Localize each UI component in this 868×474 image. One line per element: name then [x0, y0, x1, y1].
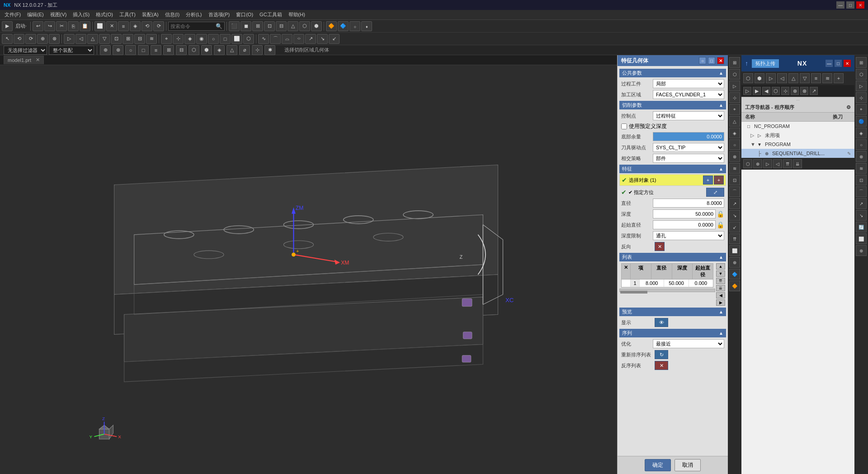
nav-bottom-icon-2[interactable]: ⊕ [753, 159, 762, 168]
tb2-btn-24[interactable]: ⌓ [282, 34, 292, 44]
nav-tool2-5[interactable]: ⊹ [781, 87, 789, 95]
cancel-button[interactable]: 取消 [675, 459, 701, 471]
tb-btn-11[interactable]: ⟳ [153, 21, 164, 31]
menu-item-GC[interactable]: GC工具箱 [257, 10, 285, 19]
tb2-btn-4[interactable]: ⊕ [37, 34, 48, 44]
nav-tool-5[interactable]: △ [788, 73, 798, 83]
menu-item-A[interactable]: 装配(A) [139, 10, 161, 19]
tb2-btn-22[interactable]: ∿ [258, 34, 269, 44]
sub-btn-4[interactable]: □ [138, 45, 149, 55]
strip-icon-15[interactable]: ↙ [729, 222, 740, 232]
tb-btn-8[interactable]: ≡ [118, 21, 129, 31]
far-icon-17[interactable]: ⊕ [856, 245, 867, 256]
far-icon-5[interactable]: ⌖ [856, 104, 867, 115]
sequence-section-header[interactable]: 序列 ▲ [619, 329, 726, 337]
far-right-close-btn[interactable]: ✕ [844, 60, 851, 67]
nav-tree-item-nc[interactable]: □ NC_PROGRAM [741, 122, 854, 131]
far-icon-15[interactable]: 🔄 [856, 222, 867, 232]
dialog-pin-button[interactable]: ○ [699, 57, 706, 64]
table-scrollbar-h[interactable] [619, 289, 715, 292]
ok-button[interactable]: 确定 [645, 459, 671, 471]
scroll-up-btn[interactable]: ▲ [716, 263, 725, 270]
tb2-btn-19[interactable]: □ [220, 34, 231, 44]
use-custom-depth-checkbox[interactable] [621, 123, 627, 129]
nav-tool2-4[interactable]: ⬡ [772, 87, 780, 95]
tb2-btn-15[interactable]: ⊹ [173, 34, 184, 44]
viewport-canvas[interactable]: ZM XM + XC Z [0, 65, 617, 474]
table-section-header[interactable]: 列表 ▲ [619, 253, 726, 261]
menu-item-T[interactable]: 工具(T) [117, 10, 138, 19]
far-right-max-btn[interactable]: □ [835, 60, 842, 67]
far-icon-12[interactable]: ⌒ [856, 186, 867, 197]
process-tool-select[interactable]: 局部 [653, 79, 724, 88]
tb-btn-18[interactable]: ⬡ [299, 21, 310, 31]
nav-tree-item-seq-drill[interactable]: ├ ⊕ SEQUENTIAL_DRILL... ✎ [741, 149, 854, 158]
viewport[interactable]: model1.prt ✕ [0, 55, 617, 474]
control-point-select[interactable]: 过程特征 [653, 111, 724, 120]
tb-btn-4[interactable]: ⎘ [68, 21, 79, 31]
menu-item-E[interactable]: 编辑(E) [24, 10, 47, 19]
strip-icon-3[interactable]: ▷ [729, 81, 740, 91]
nav-tool-6[interactable]: ▽ [800, 73, 810, 83]
minimize-button[interactable]: — [836, 1, 844, 9]
public-params-header[interactable]: 公共参数 ▲ [619, 69, 726, 77]
strip-icon-2[interactable]: ⬡ [729, 69, 740, 80]
tb-btn-19[interactable]: ⬢ [311, 21, 322, 31]
tb-btn-21[interactable]: 🔷 [338, 21, 349, 31]
strip-icon-14[interactable]: ↘ [729, 210, 740, 221]
sub-btn-11[interactable]: △ [226, 45, 237, 55]
tb2-btn-8[interactable]: △ [87, 34, 98, 44]
tb2-btn-2[interactable]: ⟲ [14, 34, 24, 44]
sub-btn-7[interactable]: ⊟ [176, 45, 187, 55]
sub-btn-12[interactable]: ⌀ [239, 45, 250, 55]
tb-btn-16[interactable]: ⊟ [276, 21, 287, 31]
dialog-resize-button[interactable]: □ [708, 57, 715, 64]
nav-tool2-7[interactable]: ⊗ [800, 87, 808, 95]
far-right-min-btn[interactable]: — [826, 60, 833, 67]
scroll-down-btn[interactable]: ▼ [716, 270, 725, 277]
machining-area-select[interactable]: FACES_CYLINDER_1 [653, 90, 724, 99]
tb-btn-9[interactable]: ◈ [130, 21, 141, 31]
tb-btn-14[interactable]: ⊞ [252, 21, 263, 31]
menu-item-P[interactable]: 首选项(P) [206, 10, 233, 19]
tb2-btn-12[interactable]: ⊟ [134, 34, 145, 44]
strip-icon-1[interactable]: ⊞ [729, 57, 740, 68]
cut-params-header[interactable]: 切削参数 ▲ [619, 101, 726, 109]
tb-btn-22[interactable]: ⬦ [349, 21, 360, 31]
scroll-bottom-btn[interactable]: ⇊ [716, 285, 725, 291]
nav-tool-2[interactable]: ⬢ [755, 73, 764, 83]
tb2-btn-21[interactable]: ⬡ [243, 34, 254, 44]
tool-drive-select[interactable]: SYS_CL_TIP [653, 143, 724, 152]
upload-icon[interactable]: ↑ [745, 60, 748, 67]
sub-btn-5[interactable]: ≡ [151, 45, 161, 55]
strip-icon-19[interactable]: 🔷 [729, 269, 740, 280]
nav-tool-4[interactable]: ◁ [777, 73, 787, 83]
tb-btn-3[interactable]: ✂ [56, 21, 67, 31]
sub-btn-8[interactable]: ⬡ [189, 45, 199, 55]
nav-tree-item-program[interactable]: ▼ ▼ PROGRAM [741, 140, 854, 149]
far-icon-8[interactable]: ○ [856, 139, 867, 150]
sub-btn-9[interactable]: ⬢ [201, 45, 212, 55]
assembly-select[interactable]: 整个装配 [49, 46, 94, 55]
tb-btn-5[interactable]: 📋 [80, 21, 90, 31]
menu-item-S[interactable]: 插入(S) [70, 10, 92, 19]
nav-tool2-3[interactable]: ◀ [762, 87, 770, 95]
far-icon-3[interactable]: ▷ [856, 81, 867, 91]
depth-input[interactable] [653, 209, 716, 218]
nav-tool2-1[interactable]: ▷ [743, 87, 751, 95]
strip-icon-9[interactable]: ⊗ [729, 151, 740, 162]
tb-btn-12[interactable]: ⬛ [229, 21, 240, 31]
tb-btn-10[interactable]: ⟲ [142, 21, 152, 31]
model-tab-close[interactable]: ✕ [36, 57, 40, 63]
start-button[interactable]: ▶ [2, 21, 13, 31]
tb2-btn-18[interactable]: ○ [208, 34, 219, 44]
maximize-button[interactable]: □ [846, 1, 854, 9]
tb2-btn-3[interactable]: ⟳ [25, 34, 36, 44]
scroll-top-btn[interactable]: ⇈ [716, 278, 725, 284]
strip-icon-7[interactable]: ◈ [729, 128, 740, 138]
tb2-btn-5[interactable]: ⊗ [49, 34, 60, 44]
nav-tool-7[interactable]: ≡ [811, 73, 821, 83]
nav-bottom-icon-4[interactable]: ◁ [773, 159, 782, 168]
scroll-next-btn[interactable]: ▶ [716, 299, 725, 306]
preview-section-header[interactable]: 预览 ▲ [619, 308, 726, 316]
